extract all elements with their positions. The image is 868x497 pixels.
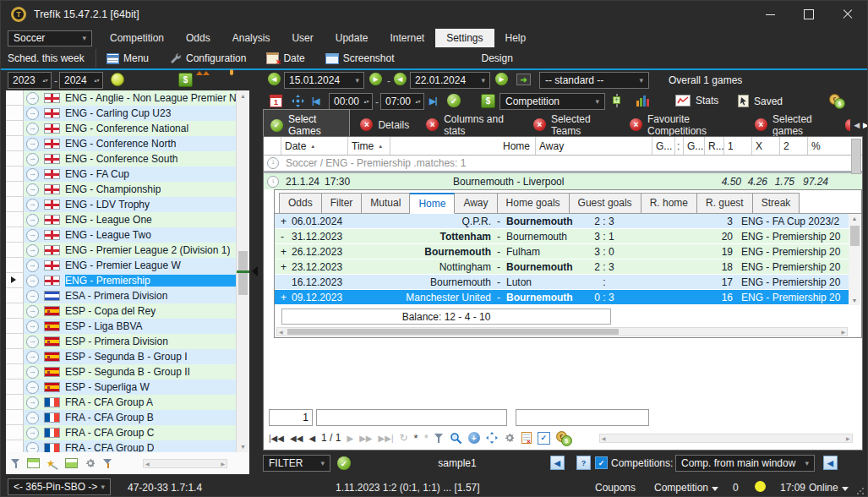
magic-wand-icon[interactable]: ★ — [46, 458, 58, 469]
spinner-arrows-icon[interactable]: ▴▾ — [361, 100, 372, 104]
design-button[interactable]: Design — [455, 49, 522, 68]
sidebar-item[interactable]: →FRA - CFA Group B — [24, 410, 236, 425]
sidebar-item[interactable]: →ENG - Championship — [24, 182, 236, 197]
filter-settings-icon[interactable] — [103, 458, 112, 468]
collapse-game-icon[interactable]: ↓ — [267, 176, 279, 188]
menu-internet[interactable]: Internet — [379, 29, 435, 47]
tabs-scroll-right-icon[interactable]: ▶ — [863, 121, 868, 129]
time-from-spinner[interactable]: 00:00 ▴▾ — [329, 93, 373, 110]
checkbox-icon[interactable]: ✓ — [538, 432, 550, 445]
open-arrow-icon[interactable]: → — [26, 199, 39, 211]
refresh-icon[interactable]: ↻ — [400, 432, 408, 444]
time-to-spinner[interactable]: 07:00 ▴▾ — [380, 93, 424, 110]
sidebar-item[interactable]: →ENG - FA Cup — [24, 167, 236, 182]
sidebar-item[interactable]: →ENG - Conference North — [24, 136, 236, 151]
search-icon[interactable] — [450, 432, 462, 445]
asterisk-icon[interactable]: * — [414, 432, 418, 445]
detail-tab-away[interactable]: Away — [455, 193, 497, 214]
open-arrow-icon[interactable]: → — [26, 244, 39, 257]
scrollbar-thumb[interactable] — [238, 251, 248, 295]
sidebar-item[interactable]: →ESA - Primera Division — [24, 288, 236, 303]
fast-back-icon[interactable]: ◀◀ — [290, 434, 303, 443]
menu-button[interactable]: Menu — [96, 49, 159, 68]
detail-hscrollbar[interactable]: ◀▶ — [276, 327, 848, 336]
filter-icon[interactable] — [434, 433, 444, 443]
sidebar-item[interactable]: →ESP - Segunda B - Group II — [24, 364, 236, 380]
tennis-ball-icon[interactable] — [111, 73, 124, 86]
year-to-spinner[interactable]: 2024 ▴▾ — [59, 72, 103, 89]
scroll-left-icon[interactable]: ◀ — [145, 461, 150, 467]
date-to-select[interactable]: 22.01.2024 ▾ — [410, 72, 490, 89]
tabs-scroll-left-icon[interactable]: ◀ — [854, 121, 860, 129]
prev-page-icon[interactable]: ◀ — [308, 434, 315, 443]
scroll-left-icon[interactable]: ◀ — [602, 435, 606, 441]
column-home[interactable]: Home — [390, 137, 535, 155]
sidebar-item[interactable]: →ENG - League One — [24, 212, 236, 227]
tab-details[interactable]: × Details — [353, 115, 416, 134]
open-arrow-icon[interactable]: → — [26, 229, 39, 242]
match-row[interactable]: + 06.01.2024 Q.P.R. - Bournemouth 2 : 3 … — [275, 214, 849, 229]
apply-dates-icon[interactable]: ➜ — [516, 74, 531, 85]
open-arrow-icon[interactable]: → — [26, 442, 39, 453]
sidebar-item[interactable]: →ENG - Premier League W — [24, 258, 236, 273]
collapse-sidebar-icon[interactable] — [252, 266, 258, 276]
gear-icon[interactable] — [504, 432, 516, 444]
filter-icon[interactable] — [11, 458, 20, 468]
sidebar-item[interactable]: →ESP - Segunda B - Group I — [24, 349, 236, 364]
open-arrow-icon[interactable]: → — [26, 183, 39, 196]
preset-select[interactable]: -- standard -- ▾ — [539, 72, 649, 89]
scroll-up-icon[interactable]: ▲ — [237, 93, 249, 99]
sidebar-item[interactable]: →ENG - Anglie - Non League Premier N... — [24, 90, 236, 106]
sidebar-item[interactable]: →ENG - Conference South — [24, 151, 236, 167]
menu-competition[interactable]: Competition — [99, 29, 175, 47]
sidebar-hscrollbar[interactable]: ◀▶ — [143, 459, 227, 468]
detail-tab-home-goals[interactable]: Home goals — [498, 193, 570, 214]
load-filter-icon[interactable]: ◀ — [550, 456, 565, 470]
scroll-down-icon[interactable]: ▼ — [237, 444, 249, 450]
game-row[interactable]: ↓ 21.1.24 17:30 Bournemouth - Liverpool … — [264, 173, 862, 189]
column-odd-x[interactable]: X — [751, 137, 779, 155]
layout-top-icon[interactable] — [27, 458, 40, 468]
open-arrow-icon[interactable]: → — [26, 305, 39, 318]
year-from-spinner[interactable]: 2023 ▴▾ — [8, 72, 52, 89]
skip-end-icon[interactable]: ▶| — [429, 96, 437, 106]
open-arrow-icon[interactable]: → — [26, 259, 39, 272]
clipboard-icon[interactable] — [521, 432, 532, 444]
detail-tab-home[interactable]: Home — [410, 193, 455, 214]
match-row[interactable]: + 23.12.2023 Nottingham - Bournemouth 2 … — [275, 259, 849, 275]
open-arrow-icon[interactable]: → — [26, 412, 39, 424]
column-date[interactable]: Date▲ — [281, 137, 347, 155]
sidebar-item[interactable]: →ENG - LDV Trophy — [24, 197, 236, 212]
asterisk-dim-icon[interactable]: * — [424, 432, 429, 445]
fast-forward-icon[interactable]: ▶▶ — [359, 434, 372, 443]
date-from-select[interactable]: 15.01.2024 ▾ — [284, 72, 364, 89]
column-goals-away[interactable]: G... — [683, 137, 704, 155]
minimize-button[interactable] — [751, 1, 789, 28]
saved-button[interactable]: Saved — [738, 95, 783, 107]
layout-bottom-icon[interactable] — [65, 458, 78, 468]
detail-scrollbar[interactable]: ▲ ▼ — [849, 214, 860, 305]
page-number-input[interactable] — [269, 409, 313, 426]
competition-status-dropdown[interactable]: Competition — [654, 482, 718, 494]
sport-select[interactable]: Soccer ▾ — [8, 30, 92, 46]
sidebar-scrollbar[interactable]: ▲ ▼ — [236, 90, 249, 452]
last-page-icon[interactable]: ▶▶| — [379, 434, 394, 443]
screenshot-button[interactable]: Screenshot — [315, 49, 405, 68]
menu-odds[interactable]: Odds — [175, 29, 221, 47]
detail-tab-mutual[interactable]: Mutual — [362, 193, 410, 214]
sidebar-item[interactable]: →ENG - League Two — [24, 227, 236, 243]
sidebar-item[interactable]: →ENG - Carling Cup U23 — [24, 106, 236, 121]
column-goals-home[interactable]: G... — [652, 137, 674, 155]
games-vscrollbar-thumb[interactable] — [851, 139, 861, 174]
filter-select[interactable]: FILTER ▾ — [263, 455, 330, 472]
money-icon[interactable]: $ — [481, 94, 495, 108]
open-arrow-icon[interactable]: → — [26, 336, 39, 348]
open-arrow-icon[interactable]: → — [26, 427, 39, 440]
money-icon[interactable]: $ — [178, 73, 193, 87]
coupons-link[interactable]: Coupons — [595, 482, 636, 494]
spinner-arrows-icon[interactable]: ▴▾ — [412, 100, 423, 104]
close-button[interactable] — [828, 1, 867, 28]
configuration-button[interactable]: Configuration — [159, 49, 256, 68]
apply-competitions-icon[interactable]: ◀ — [823, 456, 838, 470]
add-list-icon[interactable] — [616, 94, 618, 107]
